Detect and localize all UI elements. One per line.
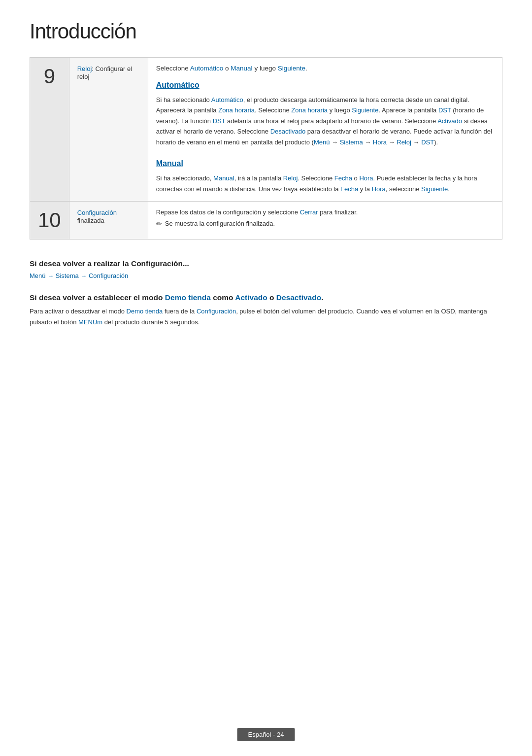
dst-link-3[interactable]: DST bbox=[421, 138, 434, 146]
content-cell-10: Repase los datos de la configuración y s… bbox=[148, 202, 502, 240]
hora-link-1[interactable]: Hora bbox=[373, 138, 387, 146]
first-line-9: Seleccione Automático o Manual y luego S… bbox=[156, 65, 494, 72]
manual-link-1[interactable]: Manual bbox=[231, 65, 252, 72]
step-number-10: 10 bbox=[30, 202, 69, 240]
content-cell-9: Seleccione Automático o Manual y luego S… bbox=[148, 58, 502, 202]
config-note-text: Se muestra la configuración finalizada. bbox=[165, 220, 275, 227]
fecha-link-2[interactable]: Fecha bbox=[340, 185, 358, 193]
automatico-heading: Automático bbox=[156, 81, 494, 90]
automatico-body: Si ha seleccionado Automático, el produc… bbox=[156, 95, 494, 147]
section2-title: Si desea volver a establecer el modo Dem… bbox=[30, 293, 502, 302]
desactivado-link-1[interactable]: Desactivado bbox=[270, 128, 306, 135]
zona-horaria-link-1[interactable]: Zona horaria bbox=[218, 106, 255, 114]
automatico-link-1[interactable]: Automático bbox=[190, 65, 224, 72]
reloj-link-3[interactable]: Reloj bbox=[283, 174, 298, 182]
fecha-link-1[interactable]: Fecha bbox=[334, 174, 352, 182]
step-label-9: Reloj: Configurar el reloj bbox=[69, 58, 148, 202]
hora-link-3[interactable]: Hora bbox=[372, 185, 386, 193]
main-table: 9 Reloj: Configurar el reloj Seleccione … bbox=[30, 57, 502, 240]
manual-body: Si ha seleccionado, Manual, irá a la pan… bbox=[156, 173, 494, 194]
table-row: 9 Reloj: Configurar el reloj Seleccione … bbox=[30, 58, 502, 202]
table-row: 10 Configuración finalizada Repase los d… bbox=[30, 202, 502, 240]
manual-heading: Manual bbox=[156, 159, 494, 168]
sistema-breadcrumb-1[interactable]: Sistema bbox=[56, 272, 79, 279]
config-note-1: Repase los datos de la configuración y s… bbox=[156, 208, 494, 216]
configuracion-breadcrumb-1[interactable]: Configuración bbox=[89, 272, 128, 279]
menum-link[interactable]: MENUm bbox=[78, 318, 102, 326]
siguiente-link-3[interactable]: Siguiente bbox=[421, 185, 448, 193]
siguiente-link-1[interactable]: Siguiente bbox=[278, 65, 305, 72]
page-title: Introducción bbox=[30, 20, 502, 43]
automatico-link-2[interactable]: Automático bbox=[211, 96, 243, 103]
step-label-text-10: finalizada bbox=[77, 217, 104, 224]
menu-breadcrumb-1[interactable]: Menú bbox=[30, 272, 46, 279]
config-note-2: ✏ Se muestra la configuración finalizada… bbox=[156, 220, 494, 228]
section1-title: Si desea volver a realizar la Configurac… bbox=[30, 259, 502, 268]
demo-tienda-link-body[interactable]: Demo tienda bbox=[127, 308, 163, 315]
reloj-link-2[interactable]: Reloj bbox=[397, 138, 411, 146]
step-label-10: Configuración finalizada bbox=[69, 202, 148, 240]
sistema-link-1[interactable]: Sistema bbox=[340, 138, 363, 146]
configuracion-link-label[interactable]: Configuración bbox=[77, 209, 117, 216]
step-number-9: 9 bbox=[30, 58, 69, 202]
cerrar-link[interactable]: Cerrar bbox=[300, 208, 318, 216]
footer-label: Español - 24 bbox=[237, 728, 295, 741]
dst-link-1[interactable]: DST bbox=[438, 106, 451, 114]
pencil-icon: ✏ bbox=[156, 220, 162, 228]
zona-horaria-link-2[interactable]: Zona horaria bbox=[291, 106, 328, 114]
activado-link-1[interactable]: Activado bbox=[437, 117, 462, 125]
demo-tienda-link-title[interactable]: Demo tienda bbox=[165, 293, 211, 302]
manual-link-2[interactable]: Manual bbox=[213, 174, 234, 182]
siguiente-link-2[interactable]: Siguiente bbox=[352, 106, 378, 114]
activado-link-title[interactable]: Activado bbox=[235, 293, 267, 302]
dst-link-2[interactable]: DST bbox=[213, 117, 226, 125]
menu-link-1[interactable]: Menú bbox=[314, 138, 330, 146]
section2-body: Para activar o desactivar el modo Demo t… bbox=[30, 306, 502, 327]
reloj-link[interactable]: Reloj bbox=[77, 65, 92, 72]
hora-link-2[interactable]: Hora bbox=[359, 174, 373, 182]
desactivado-link-title[interactable]: Desactivado bbox=[276, 293, 321, 302]
configuracion-link-body[interactable]: Configuración bbox=[197, 308, 236, 315]
section1-breadcrumb: Menú → Sistema → Configuración bbox=[30, 272, 502, 279]
